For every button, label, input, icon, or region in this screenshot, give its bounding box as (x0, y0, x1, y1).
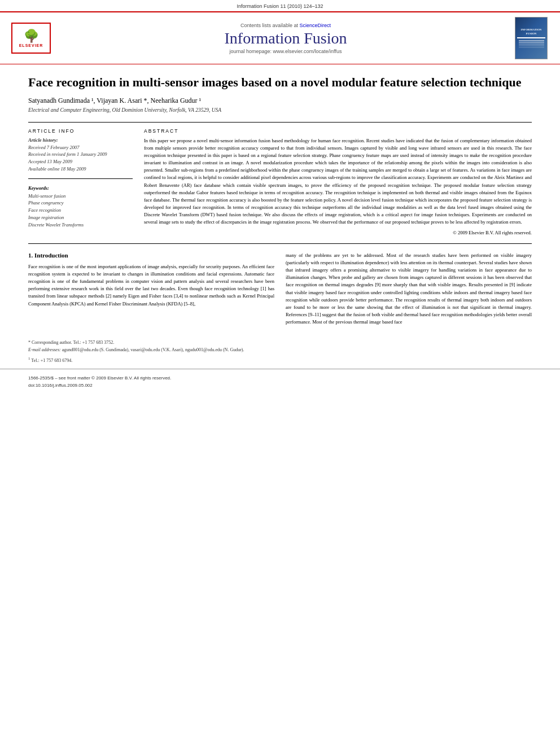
keyword-4: Image registration (28, 214, 133, 221)
footnote-1-text: 1 Tel.: +1 757 683 6794. (28, 358, 72, 363)
article-info-header: ARTICLE INFO (28, 128, 133, 134)
history-received: Received 7 February 2007 (28, 144, 133, 151)
page: Information Fusion 11 (2010) 124–132 🌳 E… (0, 0, 560, 395)
journal-center: Contents lists available at ScienceDirec… (62, 23, 509, 54)
contents-text: Contents lists available at (240, 23, 298, 28)
intro-para-2: many of the problems are yet to be addre… (286, 252, 532, 326)
footnote-emails: agund001@odu.edu (S. Gundimada), vasari@… (62, 347, 244, 352)
keyword-3: Face recognition (28, 207, 133, 214)
section1-text: Face recognition is one of the most impo… (28, 263, 274, 308)
journal-cover-image: INFORMATION FUSION (515, 17, 549, 59)
footnote-star: * Corresponding author. Tel.: +1 757 683… (28, 340, 114, 345)
divider-body (28, 243, 532, 244)
journal-homepage: journal homepage: www.elsevier.com/locat… (62, 49, 509, 54)
footer-doi: doi:10.1016/j.inffus.2009.05.002 (28, 382, 532, 390)
article-history: Article history: Received 7 February 200… (28, 137, 133, 173)
contents-available: Contents lists available at ScienceDirec… (62, 23, 509, 28)
history-accepted: Accepted 13 May 2009 (28, 158, 133, 165)
section1-title: 1. Introduction (28, 252, 274, 259)
footnote-1: 1 Tel.: +1 757 683 6794. (28, 356, 532, 364)
affiliation: Electrical and Computer Engineering, Old… (28, 107, 532, 113)
abstract-text: In this paper we propose a novel multi-s… (144, 137, 532, 226)
elsevier-brand: ELSEVIER (19, 43, 43, 47)
footer: 1566-2535/$ – see front matter © 2009 El… (0, 369, 560, 395)
article-meta-section: ARTICLE INFO Article history: Received 7… (28, 128, 532, 235)
intro-para-1: Face recognition is one of the most impo… (28, 263, 274, 308)
body-right-column: many of the problems are yet to be addre… (286, 252, 532, 330)
keyword-5: Discrete Wavelet Transforms (28, 221, 133, 229)
copyright-line: © 2009 Elsevier B.V. All rights reserved… (144, 230, 532, 235)
abstract-column: ABSTRACT In this paper we propose a nove… (144, 128, 532, 235)
cover-title-text: INFORMATION FUSION (517, 28, 545, 36)
article-info-column: ARTICLE INFO Article history: Received 7… (28, 128, 133, 235)
article-title: Face recognition in multi-sensor images … (28, 75, 532, 91)
history-label: Article history: (28, 137, 133, 143)
body-left-column: 1. Introduction Face recognition is one … (28, 252, 274, 330)
journal-header: 🌳 ELSEVIER Contents lists available at S… (0, 11, 560, 64)
history-revised: Received in revised form 1 January 2009 (28, 151, 133, 158)
keywords-list: Multi-sensor fusion Phase congruency Fac… (28, 193, 133, 229)
keyword-2: Phase congruency (28, 199, 133, 207)
journal-title: Information Fusion (62, 29, 509, 47)
body-columns: 1. Introduction Face recognition is one … (28, 252, 532, 330)
elsevier-tree-icon: 🌳 (24, 29, 39, 43)
footer-copyright: 1566-2535/$ – see front matter © 2009 El… (28, 375, 532, 382)
keywords-section: Keywords: Multi-sensor fusion Phase cong… (28, 185, 133, 229)
divider-top (28, 122, 532, 123)
footnote-email-label: E-mail addresses: (28, 347, 61, 352)
elsevier-logo: 🌳 ELSEVIER (11, 23, 56, 54)
main-content: Face recognition in multi-sensor images … (0, 64, 560, 339)
divider-history (28, 178, 133, 179)
authors: Satyanadh Gundimada ¹, Vijayan K. Asari … (28, 97, 532, 105)
footnote-corresponding: * Corresponding author. Tel.: +1 757 683… (28, 339, 532, 354)
sciencedirect-link[interactable]: ScienceDirect (300, 23, 331, 28)
abstract-header: ABSTRACT (144, 128, 532, 134)
footnotes-section: * Corresponding author. Tel.: +1 757 683… (0, 339, 560, 364)
section1-right-text: many of the problems are yet to be addre… (286, 252, 532, 326)
keyword-1: Multi-sensor fusion (28, 193, 133, 200)
journal-reference: Information Fusion 11 (2010) 124–132 (0, 0, 560, 11)
history-online: Available online 18 May 2009 (28, 165, 133, 173)
keywords-label: Keywords: (28, 185, 49, 191)
